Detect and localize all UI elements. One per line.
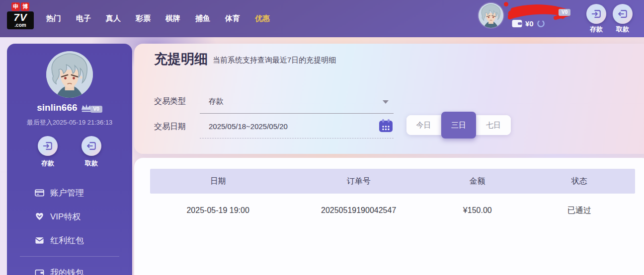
deposit-icon	[42, 140, 53, 151]
withdraw-icon	[86, 140, 97, 151]
wallet-icon	[512, 19, 522, 28]
brand-logo-box: 7V .com	[7, 11, 34, 29]
avatar-image	[479, 3, 503, 28]
sidebar-avatar	[46, 51, 93, 98]
date-input-underline	[200, 138, 394, 138]
withdraw-icon	[617, 8, 628, 19]
sidebar-deposit-label: 存款	[41, 159, 54, 168]
wallet-icon	[35, 268, 44, 275]
brand-logo-suffix: .com	[8, 23, 33, 28]
sidebar-vip-badge: V0	[90, 106, 102, 113]
sidebar-item-label: 我的钱包	[50, 267, 84, 275]
sidebar-item-bonus[interactable]: 红利红包	[7, 228, 132, 252]
sidebar-item-label: 账户管理	[50, 187, 84, 199]
transaction-date-label: 交易日期	[154, 122, 186, 132]
header-avatar[interactable]	[479, 3, 503, 28]
tab-today[interactable]: 今日	[406, 115, 441, 135]
withdraw-circle	[81, 136, 101, 156]
balance-row: ¥0	[512, 19, 545, 28]
col-header-status: 状态	[524, 176, 635, 187]
nav-item-lottery[interactable]: 彩票	[128, 0, 158, 37]
page-title: 充提明细	[154, 52, 208, 67]
sidebar-item-account[interactable]: 账户管理	[7, 181, 132, 205]
title-row: 充提明细 当前系统支持查询最近7日的充提明细	[154, 52, 336, 67]
logo-badge-left: 申	[11, 2, 20, 11]
transaction-type-select[interactable]: 存款	[209, 97, 224, 106]
sidebar-withdraw-button[interactable]: 取款	[76, 136, 107, 168]
cell-order-no: 20250519190042547	[286, 206, 431, 215]
sidebar-quick-actions: 存款 取款	[7, 136, 132, 168]
col-header-date: 日期	[150, 176, 286, 187]
main-nav: 热门 电子 真人 彩票 棋牌 捕鱼 体育 优惠	[39, 0, 277, 37]
date-range-tabs: 今日 三日 七日	[406, 115, 511, 135]
header-deposit-label: 存款	[586, 25, 606, 34]
brand-logo-badges: 申 博	[7, 2, 34, 11]
tab-seven-days[interactable]: 七日	[476, 115, 511, 135]
cell-amount: ¥150.00	[431, 206, 523, 215]
sidebar-withdraw-label: 取款	[85, 159, 98, 168]
brand-logo-main: 7V	[8, 12, 33, 23]
refresh-icon[interactable]	[537, 19, 545, 28]
chevron-down-icon	[383, 100, 389, 104]
avatar-image	[46, 51, 93, 98]
date-range-input[interactable]: 2025/05/18~2025/05/20	[209, 122, 288, 131]
col-header-order: 订单号	[286, 176, 431, 187]
top-navbar: 申 博 7V .com 热门 电子 真人 彩票 棋牌 捕鱼 体育 优惠	[0, 0, 644, 37]
nav-item-live[interactable]: 真人	[98, 0, 128, 37]
type-select-underline	[200, 113, 394, 114]
records-panel: 日期 订单号 金额 状态 2025-05-19 19:00 2025051919…	[134, 158, 644, 275]
sidebar-item-label: VIP特权	[50, 211, 80, 222]
nav-item-hot[interactable]: 热门	[39, 0, 69, 37]
nav-item-slots[interactable]: 电子	[69, 0, 98, 37]
page: 申 博 7V .com 热门 电子 真人 彩票 棋牌 捕鱼 体育 优惠	[0, 0, 644, 275]
sidebar-user-row: sinlin666 V0	[7, 102, 132, 113]
header-withdraw-label: 取款	[613, 25, 633, 34]
nav-item-sports[interactable]: 体育	[218, 0, 247, 37]
cell-date: 2025-05-19 19:00	[150, 206, 286, 215]
page-subtitle: 当前系统支持查询最近7日的充提明细	[213, 56, 336, 67]
red-packet-envelope-icon	[35, 236, 44, 245]
transaction-type-label: 交易类型	[154, 96, 186, 107]
nav-item-chess[interactable]: 棋牌	[158, 0, 188, 37]
vip-heart-icon	[35, 212, 44, 221]
header-deposit-button[interactable]	[586, 4, 606, 24]
sidebar-deposit-button[interactable]: 存款	[32, 136, 64, 168]
balance-amount: ¥0	[525, 19, 534, 28]
sidebar: sinlin666 V0 最后登入2025-05-19 21:36:13 存款 …	[7, 44, 132, 275]
sidebar-item-wallet[interactable]: 我的钱包	[7, 261, 132, 275]
last-login-text: 最后登入2025-05-19 21:36:13	[7, 118, 132, 127]
deposit-circle	[38, 136, 58, 156]
deposit-icon	[591, 8, 602, 19]
cell-status: 已通过	[524, 206, 635, 216]
calendar-icon[interactable]	[379, 119, 393, 133]
sidebar-item-label: 红利红包	[50, 235, 84, 246]
sidebar-item-vip[interactable]: VIP特权	[7, 205, 132, 228]
logo-badge-right: 博	[21, 2, 29, 11]
table-header-row: 日期 订单号 金额 状态	[150, 169, 635, 194]
tab-three-days[interactable]: 三日	[441, 112, 476, 138]
username: sinlin666	[37, 102, 77, 113]
bank-card-icon	[35, 188, 44, 198]
header-withdraw-button[interactable]	[613, 4, 633, 24]
filter-panel: 充提明细 当前系统支持查询最近7日的充提明细 交易类型 存款 交易日期 2025…	[134, 44, 644, 154]
brand-logo[interactable]: 申 博 7V .com	[7, 2, 34, 29]
sidebar-menu: 账户管理 VIP特权 红利红包	[7, 181, 132, 275]
nav-item-fishing[interactable]: 捕鱼	[188, 0, 218, 37]
header-vip-badge: V0	[559, 9, 570, 16]
table-row: 2025-05-19 19:00 20250519190042547 ¥150.…	[150, 194, 635, 227]
nav-item-promo[interactable]: 优惠	[247, 0, 277, 37]
col-header-amount: 金额	[431, 176, 523, 187]
sidebar-divider	[20, 256, 119, 257]
